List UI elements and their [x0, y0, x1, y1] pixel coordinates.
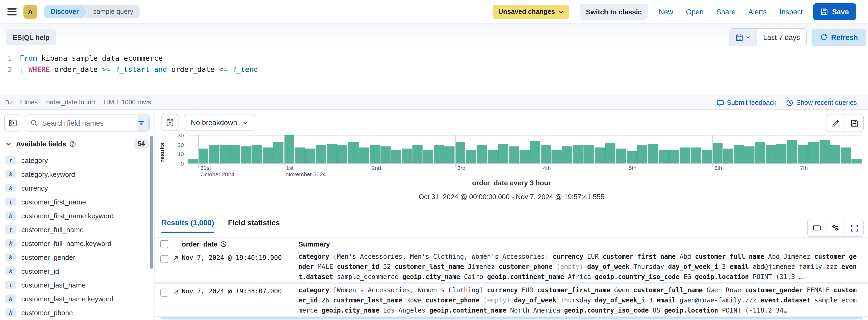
- histogram-bar: [659, 149, 669, 163]
- calendar-icon: [735, 33, 743, 41]
- breadcrumb: Discover sample query: [44, 5, 140, 18]
- fullscreen-button[interactable]: [844, 219, 863, 236]
- nav-link-alerts[interactable]: Alerts: [748, 8, 767, 16]
- field-list: tcategorykcategory.keywordkcurrencytcust…: [0, 153, 154, 319]
- save-icon: [850, 119, 858, 127]
- column-header-summary[interactable]: Summary: [299, 240, 330, 248]
- histogram-bar: [809, 142, 819, 163]
- grid-action-buttons: [807, 219, 864, 237]
- breakdown-selector[interactable]: No breakdown: [184, 114, 255, 131]
- save-button[interactable]: Save: [813, 3, 856, 20]
- field-item-currency[interactable]: kcurrency: [0, 181, 154, 195]
- field-type-badge: t: [5, 197, 16, 206]
- available-fields-header[interactable]: Available fields 54: [5, 139, 149, 149]
- select-all-checkbox[interactable]: [160, 240, 168, 248]
- field-item-customer_full_name[interactable]: tcustomer_full_name: [0, 223, 154, 236]
- field-item-customer_phone[interactable]: kcustomer_phone: [0, 306, 154, 319]
- editor-line[interactable]: 2| WHERE order_date >= ?_tstart and orde…: [0, 64, 868, 75]
- date-picker-quick-menu[interactable]: [729, 29, 757, 46]
- expand-row-button[interactable]: [172, 289, 179, 295]
- display-options-button[interactable]: [826, 219, 844, 236]
- available-fields-count: 54: [134, 139, 149, 149]
- histogram-bar: [691, 148, 701, 163]
- expand-icon: [172, 289, 179, 295]
- field-item-customer_first_name[interactable]: tcustomer_first_name: [0, 195, 154, 209]
- histogram-bar: [627, 151, 637, 163]
- field-name: customer_id: [21, 267, 59, 275]
- histogram-bar: [188, 159, 198, 163]
- switch-to-classic-button[interactable]: Switch to classic: [580, 4, 648, 20]
- grid-horizontal-scrollbar[interactable]: [160, 317, 863, 319]
- histogram-bar: [220, 145, 230, 163]
- histogram-plot[interactable]: [188, 135, 862, 164]
- refresh-button[interactable]: Refresh: [811, 29, 866, 46]
- field-type-badge: k: [5, 294, 16, 303]
- histogram-bar: [262, 148, 273, 163]
- top-bar-actions: Unsaved changes Switch to classic NewOpe…: [493, 3, 856, 20]
- keyboard-shortcuts-button[interactable]: [808, 219, 826, 236]
- editor-status-item: 2 lines: [19, 98, 37, 106]
- field-item-category[interactable]: tcategory: [0, 153, 154, 167]
- day-gridline: [455, 135, 456, 167]
- field-item-customer_last_name[interactable]: tcustomer_last_name: [0, 278, 154, 292]
- field-filter-button[interactable]: 0: [137, 115, 150, 131]
- esql-help-button[interactable]: ES|QL help: [6, 29, 56, 45]
- x-axis-tick: 4th: [541, 164, 551, 171]
- breadcrumb-discover[interactable]: Discover: [44, 5, 88, 18]
- row-checkbox[interactable]: [160, 255, 168, 263]
- histogram-bar: [552, 151, 562, 163]
- field-item-customer_id[interactable]: kcustomer_id: [0, 264, 154, 278]
- esql-editor[interactable]: 1From kibana_sample_data_ecommerce2| WHE…: [0, 51, 868, 95]
- expand-row-button[interactable]: [172, 255, 179, 262]
- field-type-badge: k: [5, 308, 16, 317]
- nav-link-inspect[interactable]: Inspect: [779, 8, 803, 16]
- field-item-customer_last_name.keyword[interactable]: kcustomer_last_name.keyword: [0, 292, 154, 306]
- hide-chart-button[interactable]: [161, 114, 179, 131]
- sliders-icon: [831, 224, 840, 232]
- sidebar-scrollbar[interactable]: [150, 136, 153, 269]
- editor-line[interactable]: 1From kibana_sample_data_ecommerce: [0, 53, 868, 64]
- nav-link-share[interactable]: Share: [716, 8, 736, 16]
- tab-results[interactable]: Results (1,000): [161, 218, 214, 233]
- submit-feedback-label: Submit feedback: [727, 99, 776, 106]
- clock-history-icon: [786, 99, 794, 106]
- field-item-customer_full_name.keyword[interactable]: kcustomer_full_name.keyword: [0, 236, 154, 250]
- field-item-customer_gender[interactable]: kcustomer_gender: [0, 250, 154, 264]
- chart-title: order_date every 3 hour: [155, 179, 868, 187]
- field-item-customer_first_name.keyword[interactable]: kcustomer_first_name.keyword: [0, 209, 154, 223]
- submit-feedback-link[interactable]: Submit feedback: [717, 99, 776, 106]
- save-visualization-button[interactable]: [844, 115, 863, 131]
- editor-footer-links: Submit feedback Show recent queries: [717, 95, 857, 110]
- unsaved-changes-badge[interactable]: Unsaved changes: [493, 5, 569, 19]
- row-summary: category [Men's Accessories, Men's Cloth…: [299, 252, 857, 282]
- histogram-bar: [198, 148, 208, 163]
- field-name: customer_full_name: [21, 225, 84, 233]
- nav-link-new[interactable]: New: [659, 8, 673, 16]
- help-circle-icon[interactable]: [69, 140, 76, 147]
- results-tabs: Results (1,000) Field statistics: [161, 218, 280, 233]
- x-axis-tick: 2nd: [370, 164, 381, 171]
- histogram-bar: [723, 148, 733, 163]
- avatar[interactable]: A: [24, 5, 37, 19]
- tab-field-statistics[interactable]: Field statistics: [228, 218, 280, 233]
- field-item-category.keyword[interactable]: kcategory.keyword: [0, 167, 154, 181]
- breadcrumb-sample-query[interactable]: sample query: [84, 5, 140, 18]
- edit-visualization-button[interactable]: [827, 115, 844, 131]
- histogram-bar: [669, 149, 679, 163]
- query-bar: ES|QL help Last 7 days Refresh: [0, 24, 868, 51]
- histogram-bar: [680, 148, 690, 163]
- collapse-sidebar-button[interactable]: [4, 115, 21, 131]
- collapse-panel-icon: [8, 119, 17, 127]
- column-header-order-date[interactable]: order_date: [182, 240, 227, 248]
- search-field-names-input[interactable]: [41, 119, 137, 128]
- show-recent-queries-link[interactable]: Show recent queries: [786, 99, 857, 106]
- row-checkbox[interactable]: [160, 289, 168, 296]
- histogram-bar: [830, 145, 840, 163]
- menu-icon[interactable]: [7, 8, 17, 15]
- x-axis-tick: 31stOctober 2024: [198, 164, 234, 177]
- nav-link-open[interactable]: Open: [686, 8, 704, 16]
- histogram-bar: [487, 149, 497, 163]
- field-type-badge: k: [5, 170, 16, 179]
- time-range-value[interactable]: Last 7 days: [757, 29, 806, 46]
- histogram-bar: [594, 148, 604, 163]
